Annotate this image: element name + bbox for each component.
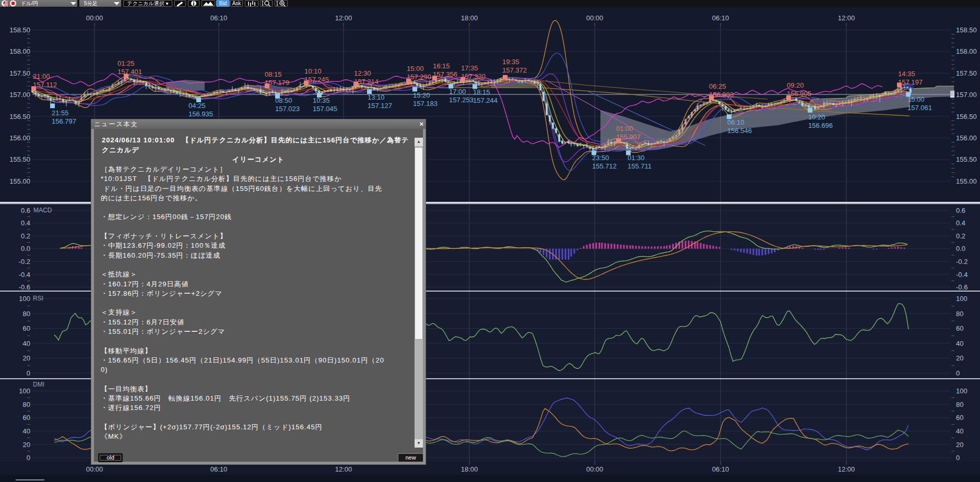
svg-text:0.0: 0.0 bbox=[21, 245, 30, 252]
svg-text:155.00: 155.00 bbox=[9, 177, 30, 185]
svg-text:06:10: 06:10 bbox=[712, 465, 729, 473]
svg-text:12:00: 12:00 bbox=[335, 465, 352, 473]
svg-text:06:10: 06:10 bbox=[712, 14, 729, 22]
svg-text:-0.6: -0.6 bbox=[19, 283, 30, 291]
svg-text:15:20: 15:20 bbox=[413, 91, 430, 99]
svg-text:156.797: 156.797 bbox=[52, 117, 76, 125]
svg-text:157.245: 157.245 bbox=[304, 76, 329, 83]
svg-text:18:15: 18:15 bbox=[473, 88, 490, 96]
svg-text:80: 80 bbox=[23, 401, 30, 408]
svg-text:-0.2: -0.2 bbox=[19, 258, 30, 266]
svg-text:157.179: 157.179 bbox=[265, 79, 289, 87]
svg-text:10:10: 10:10 bbox=[304, 67, 322, 75]
svg-text:157.127: 157.127 bbox=[368, 102, 392, 110]
svg-text:0.2: 0.2 bbox=[956, 232, 965, 240]
svg-text:-0.2: -0.2 bbox=[956, 258, 967, 266]
svg-text:0.2: 0.2 bbox=[21, 232, 30, 240]
svg-text:157.112: 157.112 bbox=[33, 81, 57, 89]
svg-text:13:10: 13:10 bbox=[368, 93, 385, 101]
svg-text:00:00: 00:00 bbox=[86, 14, 103, 22]
svg-text:157.320: 157.320 bbox=[461, 73, 486, 80]
svg-text:155.50: 155.50 bbox=[9, 155, 30, 163]
svg-text:156.546: 156.546 bbox=[727, 127, 752, 135]
svg-text:157.023: 157.023 bbox=[275, 105, 300, 113]
svg-text:60: 60 bbox=[956, 324, 963, 332]
svg-text:01:00: 01:00 bbox=[616, 125, 633, 132]
svg-text:08:50: 08:50 bbox=[275, 97, 292, 104]
svg-text:0: 0 bbox=[27, 454, 30, 462]
svg-text:15:00: 15:00 bbox=[407, 65, 424, 73]
svg-text:01:30: 01:30 bbox=[628, 154, 645, 162]
svg-text:08:15: 08:15 bbox=[265, 70, 282, 78]
svg-text:158.50: 158.50 bbox=[956, 26, 977, 34]
svg-text:158.00: 158.00 bbox=[9, 47, 30, 55]
svg-text:100: 100 bbox=[19, 387, 30, 395]
svg-text:157.401: 157.401 bbox=[117, 68, 142, 76]
svg-text:60: 60 bbox=[23, 324, 30, 332]
svg-text:15:00: 15:00 bbox=[907, 95, 925, 103]
svg-text:156.50: 156.50 bbox=[9, 113, 30, 121]
svg-text:06:25: 06:25 bbox=[709, 82, 726, 90]
svg-text:MACD: MACD bbox=[33, 207, 52, 214]
svg-text:40: 40 bbox=[23, 427, 30, 435]
svg-text:06:10: 06:10 bbox=[210, 465, 228, 473]
svg-text:06:10: 06:10 bbox=[727, 118, 745, 126]
svg-text:12:00: 12:00 bbox=[335, 14, 352, 22]
svg-text:16:15: 16:15 bbox=[433, 62, 450, 70]
svg-text:5分足: 5分足 bbox=[84, 1, 98, 6]
svg-text:157.372: 157.372 bbox=[502, 66, 527, 74]
svg-text:156.903: 156.903 bbox=[709, 91, 734, 99]
svg-text:20: 20 bbox=[23, 441, 30, 449]
svg-text:00:00: 00:00 bbox=[586, 465, 604, 473]
svg-text:155.712: 155.712 bbox=[592, 162, 617, 170]
svg-text:157.045: 157.045 bbox=[313, 105, 337, 113]
svg-text:157.253: 157.253 bbox=[449, 96, 474, 104]
svg-text:100: 100 bbox=[956, 387, 967, 395]
svg-text:60: 60 bbox=[23, 414, 30, 421]
svg-text:155.50: 155.50 bbox=[956, 155, 977, 163]
svg-text:10:35: 10:35 bbox=[313, 97, 330, 104]
svg-text:-0.4: -0.4 bbox=[19, 271, 30, 279]
svg-text:157.244: 157.244 bbox=[473, 97, 498, 104]
svg-text:17:35: 17:35 bbox=[461, 64, 478, 72]
svg-text:60: 60 bbox=[956, 414, 963, 421]
svg-text:12:00: 12:00 bbox=[838, 465, 855, 473]
svg-text:0.0: 0.0 bbox=[956, 245, 965, 252]
svg-text:00:00: 00:00 bbox=[86, 465, 103, 473]
svg-text:157.197: 157.197 bbox=[898, 78, 923, 86]
svg-text:157.061: 157.061 bbox=[907, 104, 932, 112]
svg-text:157.183: 157.183 bbox=[413, 100, 438, 107]
svg-text:156.696: 156.696 bbox=[808, 122, 833, 129]
svg-text:10:20: 10:20 bbox=[808, 113, 825, 121]
svg-text:04:25: 04:25 bbox=[188, 102, 206, 110]
svg-text:12:00: 12:00 bbox=[838, 14, 855, 22]
svg-text:20: 20 bbox=[23, 354, 30, 362]
svg-text:155.711: 155.711 bbox=[628, 162, 652, 170]
svg-text:18:00: 18:00 bbox=[461, 465, 478, 473]
svg-text:0.6: 0.6 bbox=[956, 207, 965, 214]
svg-text:157.50: 157.50 bbox=[9, 69, 30, 77]
svg-text:0.4: 0.4 bbox=[21, 219, 30, 227]
svg-text:0: 0 bbox=[956, 369, 960, 377]
svg-text:155.00: 155.00 bbox=[956, 177, 977, 185]
svg-text:157.00: 157.00 bbox=[956, 91, 977, 99]
svg-text:20: 20 bbox=[956, 354, 963, 362]
svg-text:17:00: 17:00 bbox=[449, 88, 466, 95]
svg-text:0: 0 bbox=[956, 454, 960, 462]
svg-text:23:50: 23:50 bbox=[592, 154, 609, 162]
svg-text:157.214: 157.214 bbox=[354, 78, 379, 86]
svg-text:06:10: 06:10 bbox=[210, 14, 228, 22]
svg-text:80: 80 bbox=[956, 310, 963, 318]
svg-text:156.905: 156.905 bbox=[787, 90, 811, 98]
svg-text:156.00: 156.00 bbox=[9, 134, 30, 142]
svg-text:100: 100 bbox=[956, 295, 967, 303]
svg-text:158.00: 158.00 bbox=[956, 47, 977, 55]
svg-text:156.935: 156.935 bbox=[188, 110, 213, 118]
svg-text:ドル/円: ドル/円 bbox=[21, 1, 38, 6]
svg-text:157.50: 157.50 bbox=[956, 69, 977, 77]
svg-text:09:20: 09:20 bbox=[787, 81, 804, 89]
svg-text:158.50: 158.50 bbox=[9, 26, 30, 34]
svg-text:DMI: DMI bbox=[33, 381, 44, 388]
svg-text:RSI: RSI bbox=[33, 295, 43, 302]
svg-text:14:35: 14:35 bbox=[898, 70, 915, 78]
